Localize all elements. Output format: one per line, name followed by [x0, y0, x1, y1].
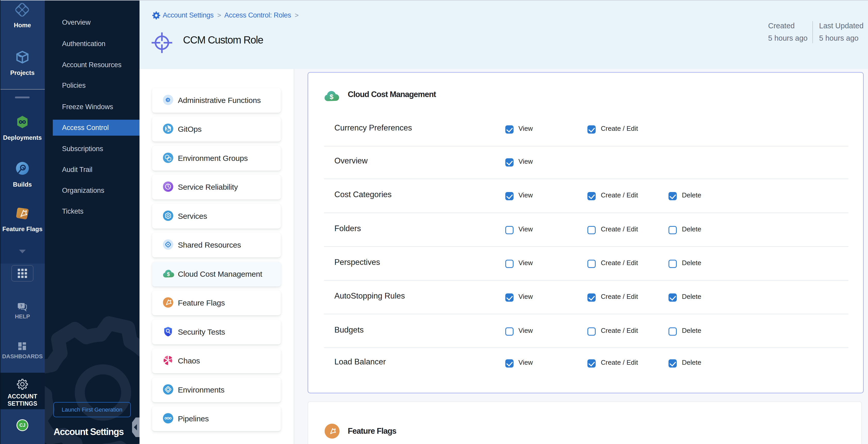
svg-text:?: ?	[20, 304, 22, 308]
svg-text:$: $	[330, 93, 333, 101]
svg-text:$: $	[167, 271, 169, 277]
